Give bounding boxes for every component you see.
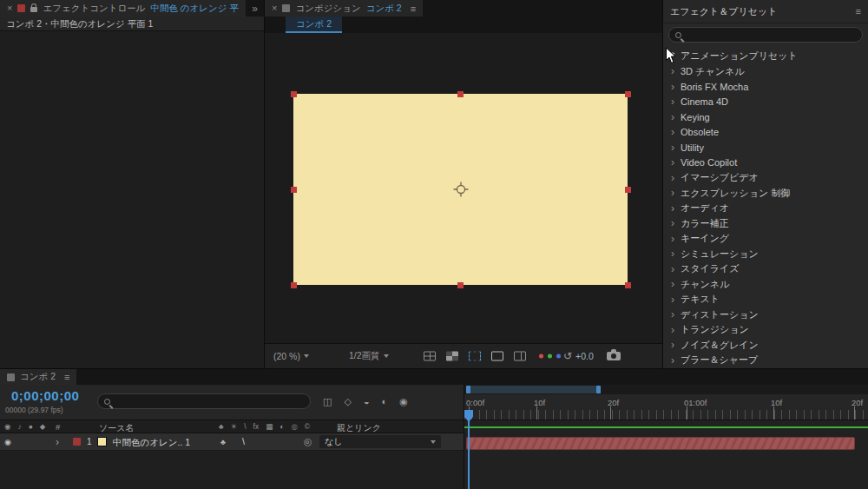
viewer-tab-comp2[interactable]: コンポ 2 <box>286 17 342 33</box>
layer-duration-bar[interactable] <box>466 437 855 450</box>
comp-flowchart-icon[interactable]: ◫ <box>323 396 332 407</box>
selection-handle[interactable] <box>625 187 631 193</box>
layer-label-color[interactable] <box>73 438 81 446</box>
time-ruler[interactable]: 0:00f 10f 20f 01:00f 10f 20f <box>464 394 868 420</box>
solid-color-chip-icon <box>17 4 25 12</box>
parent-dropdown[interactable]: なし <box>319 435 441 448</box>
panel-icon <box>7 373 15 381</box>
effects-category-label: アニメーションプリセット <box>681 50 798 63</box>
hide-shy-icon[interactable]: ◒ <box>364 396 370 406</box>
effects-category[interactable]: ›3D チャンネル <box>663 64 868 80</box>
layer-row[interactable]: ◉ › 1 中間色のオレン.. 1 ♣ \ ◎ なし <box>0 433 464 451</box>
layer-expander[interactable]: › <box>56 436 59 448</box>
panel-menu-icon[interactable]: ≡ <box>411 3 416 14</box>
timeline-search[interactable] <box>97 393 311 409</box>
effect-controls-panel: × エフェクトコントロール 中間色 のオレンジ 平 » コンポ 2・中間色のオレ… <box>0 0 264 368</box>
effects-category-label: Cinema 4D <box>681 96 728 107</box>
selection-handle[interactable] <box>625 91 631 97</box>
effects-category[interactable]: ›Utility <box>663 140 868 155</box>
audio-icon: ♪ <box>17 422 21 431</box>
effects-category[interactable]: ›ブラー＆シャープ <box>663 353 868 368</box>
viewer-tab-label: コンポ 2 <box>296 18 332 30</box>
selection-handle[interactable] <box>291 187 297 193</box>
composition-viewer[interactable] <box>265 33 662 343</box>
effects-category[interactable]: ›カラー補正 <box>663 216 868 232</box>
time-navigator[interactable] <box>464 385 868 394</box>
chevron-right-icon: › <box>669 234 676 244</box>
work-area-end-handle[interactable] <box>596 386 601 393</box>
chevron-right-icon: › <box>669 188 676 198</box>
effects-category[interactable]: ›Boris FX Mocha <box>663 79 868 95</box>
effects-category[interactable]: ›イマーシブビデオ <box>663 170 868 186</box>
work-area-start-handle[interactable] <box>466 386 470 393</box>
draft-3d-icon[interactable]: ◇ <box>344 396 351 407</box>
effects-category[interactable]: ›Keying <box>663 109 868 125</box>
channel-rgb-icon[interactable] <box>539 354 562 359</box>
selection-handle[interactable] <box>291 282 297 288</box>
tab-composition[interactable]: × コンポジション コンポ 2 ≡ <box>265 0 423 17</box>
effects-category[interactable]: ›Obsolete <box>663 125 868 141</box>
selection-handle[interactable] <box>457 91 464 97</box>
tab-label: エフェクトコントロール <box>43 3 145 15</box>
quality-toggle[interactable]: \ <box>242 436 245 446</box>
grid-guides-icon[interactable] <box>424 352 436 361</box>
chevron-right-icon: › <box>669 264 676 274</box>
current-timecode[interactable]: 0;00;00;00 <box>11 388 79 403</box>
snapshot-camera-icon[interactable] <box>607 352 621 360</box>
panel-menu-icon[interactable]: ≡ <box>64 372 69 382</box>
effects-category[interactable]: ›エクスプレッション 制御 <box>663 186 868 202</box>
column-header-parent-link: 親とリンク <box>337 422 381 434</box>
close-icon[interactable]: × <box>7 3 12 13</box>
lock-icon: ◆ <box>40 422 46 431</box>
effects-category[interactable]: ›チャンネル <box>663 277 868 293</box>
exposure-value[interactable]: +0.0 <box>575 351 594 361</box>
effects-category[interactable]: ›Cinema 4D <box>663 95 868 110</box>
effects-category[interactable]: *アニメーションプリセット <box>663 49 868 64</box>
frame-blend-icon[interactable]: ◐ <box>382 396 388 406</box>
chevron-right-icon: › <box>669 325 676 335</box>
effects-category[interactable]: ›Video Copilot <box>663 155 868 171</box>
effects-search-input[interactable] <box>686 29 856 41</box>
work-area-bar[interactable] <box>466 386 601 393</box>
timeline-search-input[interactable] <box>115 395 304 407</box>
motion-blur-icon[interactable]: ◉ <box>399 396 408 407</box>
parent-pickwhip-icon[interactable]: ◎ <box>304 436 312 446</box>
close-icon[interactable]: × <box>272 3 277 13</box>
selection-handle[interactable] <box>625 282 631 288</box>
pixel-aspect-icon[interactable] <box>514 352 526 361</box>
effects-category[interactable]: ›スタイライズ <box>663 261 868 277</box>
layer-name[interactable]: 中間色のオレン.. 1 <box>113 437 190 449</box>
fx-icon: fx <box>253 422 260 431</box>
selection-handle[interactable] <box>457 282 464 288</box>
tab-overflow-button[interactable]: » <box>246 0 264 17</box>
layer-visibility-toggle[interactable]: ◉ <box>4 438 11 446</box>
effects-category[interactable]: ›テキスト <box>663 292 868 307</box>
tab-effect-controls[interactable]: × エフェクトコントロール 中間色 のオレンジ 平 <box>0 0 246 17</box>
chevron-right-icon: › <box>669 248 676 259</box>
panel-menu-icon[interactable]: ≡ <box>856 6 861 17</box>
shy-icon: ♣ <box>219 422 224 431</box>
effects-search[interactable] <box>668 27 863 43</box>
chevron-right-icon: › <box>669 82 676 92</box>
anchor-point-icon[interactable] <box>453 182 469 197</box>
tab-timeline-comp2[interactable]: コンポ 2 ≡ <box>0 369 76 385</box>
viewer-tab-strip: コンポ 2 <box>265 17 662 33</box>
reset-exposure-icon[interactable]: ↺ <box>563 350 572 362</box>
transparency-grid-icon[interactable] <box>446 352 458 361</box>
lock-icon[interactable] <box>30 7 37 12</box>
selection-handle[interactable] <box>291 91 297 97</box>
effects-category[interactable]: ›オーディオ <box>663 201 868 216</box>
effects-category[interactable]: ›シミュレーション <box>663 247 868 262</box>
mask-visibility-icon[interactable] <box>491 352 503 361</box>
effects-category[interactable]: ›ノイズ＆グレイン <box>663 338 868 354</box>
effects-category[interactable]: ›キーイング <box>663 231 868 247</box>
effects-category-label: カラー補正 <box>681 217 729 230</box>
chevron-down-icon <box>431 440 436 444</box>
shy-toggle[interactable]: ♣ <box>220 438 226 446</box>
resolution-dropdown[interactable]: 1/2画質 <box>349 350 389 362</box>
effects-category[interactable]: ›ディストーション <box>663 307 868 323</box>
effects-category[interactable]: ›トランジション <box>663 322 868 338</box>
magnification-dropdown[interactable]: (20 %) <box>273 351 309 361</box>
region-of-interest-icon[interactable] <box>469 352 481 361</box>
star-icon: * <box>669 50 676 62</box>
